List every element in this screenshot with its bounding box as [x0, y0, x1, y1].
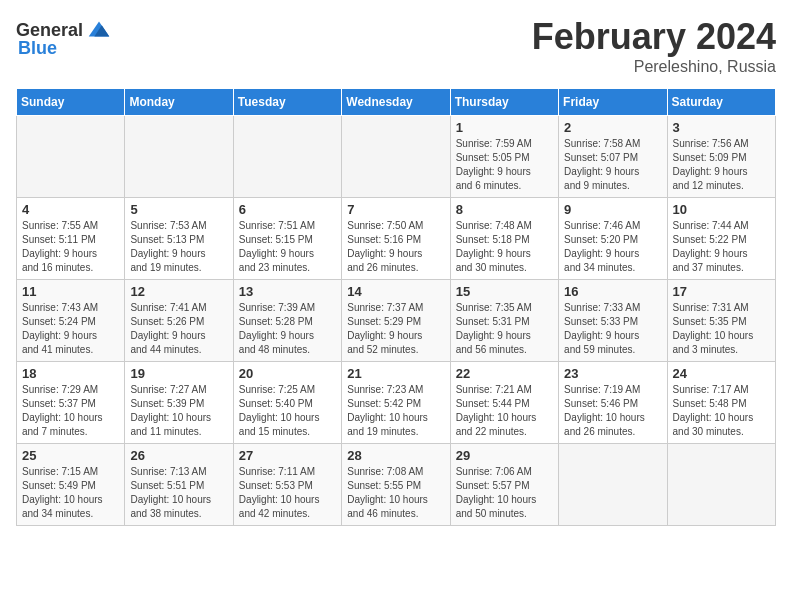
day-info: Sunrise: 7:33 AM Sunset: 5:33 PM Dayligh…: [564, 301, 661, 357]
day-number: 12: [130, 284, 227, 299]
calendar-cell: 8Sunrise: 7:48 AM Sunset: 5:18 PM Daylig…: [450, 198, 558, 280]
calendar: SundayMondayTuesdayWednesdayThursdayFrid…: [16, 88, 776, 526]
day-number: 6: [239, 202, 336, 217]
calendar-week-row: 4Sunrise: 7:55 AM Sunset: 5:11 PM Daylig…: [17, 198, 776, 280]
day-info: Sunrise: 7:13 AM Sunset: 5:51 PM Dayligh…: [130, 465, 227, 521]
calendar-cell: 12Sunrise: 7:41 AM Sunset: 5:26 PM Dayli…: [125, 280, 233, 362]
day-info: Sunrise: 7:27 AM Sunset: 5:39 PM Dayligh…: [130, 383, 227, 439]
day-info: Sunrise: 7:50 AM Sunset: 5:16 PM Dayligh…: [347, 219, 444, 275]
day-number: 10: [673, 202, 770, 217]
day-number: 26: [130, 448, 227, 463]
calendar-cell: 21Sunrise: 7:23 AM Sunset: 5:42 PM Dayli…: [342, 362, 450, 444]
calendar-cell: 26Sunrise: 7:13 AM Sunset: 5:51 PM Dayli…: [125, 444, 233, 526]
calendar-cell: [233, 116, 341, 198]
day-number: 13: [239, 284, 336, 299]
day-number: 17: [673, 284, 770, 299]
day-number: 25: [22, 448, 119, 463]
weekday-header: Wednesday: [342, 89, 450, 116]
day-info: Sunrise: 7:41 AM Sunset: 5:26 PM Dayligh…: [130, 301, 227, 357]
page-header: General Blue February 2024 Pereleshino, …: [16, 16, 776, 76]
calendar-cell: [667, 444, 775, 526]
day-info: Sunrise: 7:23 AM Sunset: 5:42 PM Dayligh…: [347, 383, 444, 439]
day-info: Sunrise: 7:59 AM Sunset: 5:05 PM Dayligh…: [456, 137, 553, 193]
weekday-header: Tuesday: [233, 89, 341, 116]
calendar-cell: 2Sunrise: 7:58 AM Sunset: 5:07 PM Daylig…: [559, 116, 667, 198]
day-info: Sunrise: 7:55 AM Sunset: 5:11 PM Dayligh…: [22, 219, 119, 275]
day-number: 8: [456, 202, 553, 217]
day-number: 27: [239, 448, 336, 463]
day-info: Sunrise: 7:31 AM Sunset: 5:35 PM Dayligh…: [673, 301, 770, 357]
location-title: Pereleshino, Russia: [532, 58, 776, 76]
day-info: Sunrise: 7:39 AM Sunset: 5:28 PM Dayligh…: [239, 301, 336, 357]
calendar-week-row: 25Sunrise: 7:15 AM Sunset: 5:49 PM Dayli…: [17, 444, 776, 526]
day-number: 1: [456, 120, 553, 135]
calendar-cell: 16Sunrise: 7:33 AM Sunset: 5:33 PM Dayli…: [559, 280, 667, 362]
weekday-header: Sunday: [17, 89, 125, 116]
calendar-cell: 13Sunrise: 7:39 AM Sunset: 5:28 PM Dayli…: [233, 280, 341, 362]
calendar-cell: 6Sunrise: 7:51 AM Sunset: 5:15 PM Daylig…: [233, 198, 341, 280]
day-number: 14: [347, 284, 444, 299]
calendar-cell: 19Sunrise: 7:27 AM Sunset: 5:39 PM Dayli…: [125, 362, 233, 444]
month-title: February 2024: [532, 16, 776, 58]
calendar-cell: 22Sunrise: 7:21 AM Sunset: 5:44 PM Dayli…: [450, 362, 558, 444]
day-info: Sunrise: 7:58 AM Sunset: 5:07 PM Dayligh…: [564, 137, 661, 193]
day-info: Sunrise: 7:19 AM Sunset: 5:46 PM Dayligh…: [564, 383, 661, 439]
day-number: 4: [22, 202, 119, 217]
day-number: 7: [347, 202, 444, 217]
day-number: 23: [564, 366, 661, 381]
calendar-cell: 29Sunrise: 7:06 AM Sunset: 5:57 PM Dayli…: [450, 444, 558, 526]
day-info: Sunrise: 7:43 AM Sunset: 5:24 PM Dayligh…: [22, 301, 119, 357]
calendar-cell: [125, 116, 233, 198]
day-info: Sunrise: 7:56 AM Sunset: 5:09 PM Dayligh…: [673, 137, 770, 193]
day-info: Sunrise: 7:35 AM Sunset: 5:31 PM Dayligh…: [456, 301, 553, 357]
day-number: 15: [456, 284, 553, 299]
day-info: Sunrise: 7:53 AM Sunset: 5:13 PM Dayligh…: [130, 219, 227, 275]
calendar-cell: 9Sunrise: 7:46 AM Sunset: 5:20 PM Daylig…: [559, 198, 667, 280]
day-info: Sunrise: 7:29 AM Sunset: 5:37 PM Dayligh…: [22, 383, 119, 439]
day-info: Sunrise: 7:08 AM Sunset: 5:55 PM Dayligh…: [347, 465, 444, 521]
day-number: 18: [22, 366, 119, 381]
calendar-cell: [17, 116, 125, 198]
calendar-cell: 14Sunrise: 7:37 AM Sunset: 5:29 PM Dayli…: [342, 280, 450, 362]
calendar-week-row: 18Sunrise: 7:29 AM Sunset: 5:37 PM Dayli…: [17, 362, 776, 444]
day-number: 28: [347, 448, 444, 463]
day-info: Sunrise: 7:25 AM Sunset: 5:40 PM Dayligh…: [239, 383, 336, 439]
day-number: 16: [564, 284, 661, 299]
calendar-cell: 27Sunrise: 7:11 AM Sunset: 5:53 PM Dayli…: [233, 444, 341, 526]
calendar-cell: 1Sunrise: 7:59 AM Sunset: 5:05 PM Daylig…: [450, 116, 558, 198]
calendar-cell: 18Sunrise: 7:29 AM Sunset: 5:37 PM Dayli…: [17, 362, 125, 444]
day-number: 2: [564, 120, 661, 135]
day-info: Sunrise: 7:11 AM Sunset: 5:53 PM Dayligh…: [239, 465, 336, 521]
calendar-cell: 5Sunrise: 7:53 AM Sunset: 5:13 PM Daylig…: [125, 198, 233, 280]
weekday-header: Monday: [125, 89, 233, 116]
calendar-week-row: 1Sunrise: 7:59 AM Sunset: 5:05 PM Daylig…: [17, 116, 776, 198]
weekday-header: Thursday: [450, 89, 558, 116]
day-info: Sunrise: 7:15 AM Sunset: 5:49 PM Dayligh…: [22, 465, 119, 521]
day-info: Sunrise: 7:21 AM Sunset: 5:44 PM Dayligh…: [456, 383, 553, 439]
calendar-cell: 28Sunrise: 7:08 AM Sunset: 5:55 PM Dayli…: [342, 444, 450, 526]
day-number: 20: [239, 366, 336, 381]
calendar-header-row: SundayMondayTuesdayWednesdayThursdayFrid…: [17, 89, 776, 116]
day-number: 21: [347, 366, 444, 381]
day-info: Sunrise: 7:51 AM Sunset: 5:15 PM Dayligh…: [239, 219, 336, 275]
day-info: Sunrise: 7:37 AM Sunset: 5:29 PM Dayligh…: [347, 301, 444, 357]
day-number: 3: [673, 120, 770, 135]
logo: General Blue: [16, 16, 113, 59]
logo-icon: [85, 16, 113, 44]
calendar-cell: 7Sunrise: 7:50 AM Sunset: 5:16 PM Daylig…: [342, 198, 450, 280]
logo-text-blue: Blue: [18, 38, 57, 59]
calendar-cell: 17Sunrise: 7:31 AM Sunset: 5:35 PM Dayli…: [667, 280, 775, 362]
calendar-week-row: 11Sunrise: 7:43 AM Sunset: 5:24 PM Dayli…: [17, 280, 776, 362]
day-info: Sunrise: 7:17 AM Sunset: 5:48 PM Dayligh…: [673, 383, 770, 439]
calendar-cell: 25Sunrise: 7:15 AM Sunset: 5:49 PM Dayli…: [17, 444, 125, 526]
calendar-cell: 4Sunrise: 7:55 AM Sunset: 5:11 PM Daylig…: [17, 198, 125, 280]
day-info: Sunrise: 7:48 AM Sunset: 5:18 PM Dayligh…: [456, 219, 553, 275]
calendar-cell: 24Sunrise: 7:17 AM Sunset: 5:48 PM Dayli…: [667, 362, 775, 444]
day-number: 11: [22, 284, 119, 299]
calendar-cell: 10Sunrise: 7:44 AM Sunset: 5:22 PM Dayli…: [667, 198, 775, 280]
day-number: 29: [456, 448, 553, 463]
calendar-cell: 3Sunrise: 7:56 AM Sunset: 5:09 PM Daylig…: [667, 116, 775, 198]
calendar-cell: 20Sunrise: 7:25 AM Sunset: 5:40 PM Dayli…: [233, 362, 341, 444]
day-info: Sunrise: 7:06 AM Sunset: 5:57 PM Dayligh…: [456, 465, 553, 521]
weekday-header: Friday: [559, 89, 667, 116]
